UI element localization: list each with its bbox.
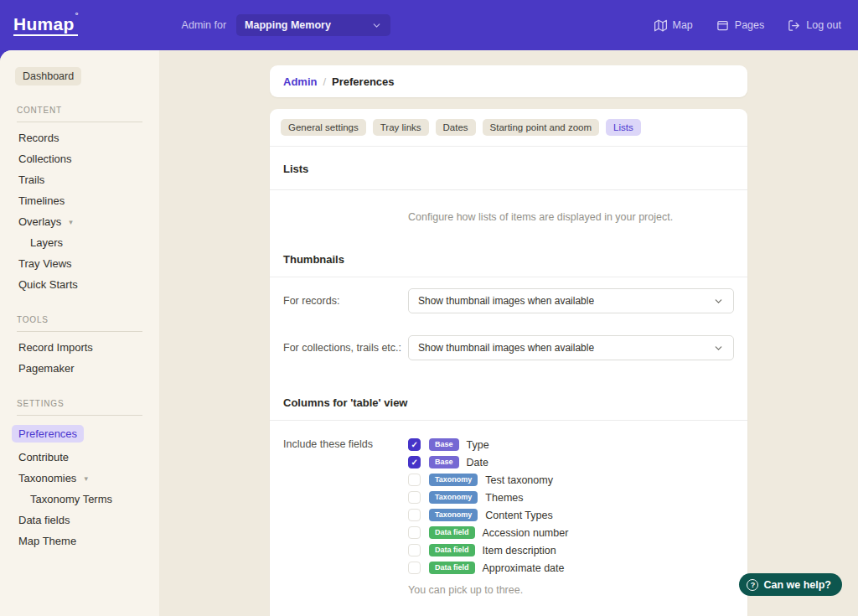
tab-general-settings[interactable]: General settings: [281, 119, 366, 136]
divider: [17, 122, 142, 122]
chevron-down-icon: [713, 343, 724, 354]
sidebar-section-content-title: CONTENT: [17, 106, 142, 115]
nav-pages-label: Pages: [735, 19, 764, 31]
checkbox-type[interactable]: [408, 438, 421, 451]
checkbox-test-taxonomy[interactable]: [408, 474, 421, 486]
sidebar-item-layers[interactable]: Layers: [0, 232, 159, 253]
badge-taxonomy: Taxonomy: [429, 509, 478, 521]
field-label: Approximate date: [483, 562, 565, 574]
chevron-down-icon: ▾: [69, 218, 73, 226]
sidebar-item-label: Record Imports: [18, 341, 93, 354]
map-icon: [654, 19, 667, 32]
sidebar-item-label: Data fields: [18, 514, 70, 526]
sidebar-item-label: Layers: [30, 236, 63, 249]
field-item-test-taxonomy[interactable]: Taxonomy Test taxonomy: [408, 474, 568, 486]
field-item-themes[interactable]: Taxonomy Themes: [408, 491, 568, 504]
project-select[interactable]: Mapping Memory: [236, 14, 390, 36]
admin-for-label: Admin for: [182, 19, 227, 31]
field-list: Base Type Base Date Taxonomy: [408, 438, 568, 574]
nav-logout[interactable]: Log out: [788, 19, 841, 32]
chevron-down-icon: ▾: [84, 474, 88, 483]
checkbox-approximate-date[interactable]: [408, 562, 421, 574]
checkbox-accession-number[interactable]: [408, 526, 421, 539]
tab-tray-links[interactable]: Tray links: [373, 119, 429, 136]
field-label: Accession number: [483, 527, 569, 539]
sidebar-item-label: Overlays: [18, 215, 61, 228]
sidebar-item-pagemaker[interactable]: Pagemaker: [0, 358, 159, 379]
for-records-select[interactable]: Show thumbnail images when available: [408, 288, 734, 313]
sidebar-item-collections[interactable]: Collections: [0, 148, 159, 169]
sidebar-item-records[interactable]: Records: [0, 127, 159, 148]
sidebar-item-contribute[interactable]: Contribute: [0, 447, 159, 468]
sidebar-item-overlays[interactable]: Overlays▾: [0, 211, 159, 232]
sidebar-item-label: Tray Views: [18, 257, 72, 270]
form-row-for-records: For records: Show thumbnail images when …: [270, 277, 747, 324]
sidebar-item-tray-views[interactable]: Tray Views: [0, 253, 159, 274]
sidebar-item-quick-starts[interactable]: Quick Starts: [0, 274, 159, 295]
help-button-label: Can we help?: [763, 579, 831, 591]
field-label: Themes: [485, 492, 523, 504]
badge-data-field: Data field: [429, 526, 475, 539]
humap-logo[interactable]: Humap°: [13, 14, 78, 36]
tabs-row: General settings Tray links Dates Starti…: [270, 109, 747, 147]
field-label: Date: [467, 457, 488, 468]
nav-logout-label: Log out: [806, 19, 841, 31]
for-collections-select[interactable]: Show thumbnail images when available: [408, 335, 734, 360]
sidebar-item-trails[interactable]: Trails: [0, 169, 159, 190]
sidebar-section-settings-title: SETTINGS: [17, 399, 142, 408]
logo-mark: °: [75, 11, 79, 19]
chevron-down-icon: [713, 296, 724, 307]
app-window: Humap° Admin for Mapping Memory Map Page…: [0, 0, 858, 616]
field-item-accession-number[interactable]: Data field Accession number: [408, 526, 568, 539]
field-label: Content Types: [485, 510, 552, 521]
sidebar-item-label: Taxonomy Terms: [30, 493, 112, 505]
breadcrumb-admin-link[interactable]: Admin: [283, 75, 317, 88]
pages-icon: [716, 19, 729, 32]
checkbox-date[interactable]: [408, 456, 421, 468]
field-label: Item description: [483, 545, 556, 556]
nav-map[interactable]: Map: [654, 19, 693, 32]
for-records-select-value: Show thumbnail images when available: [418, 295, 594, 307]
sidebar-item-label: Taxonomies: [18, 472, 76, 484]
chevron-down-icon: [371, 20, 382, 31]
field-item-type[interactable]: Base Type: [408, 438, 568, 451]
sidebar-item-label: Trails: [18, 173, 44, 186]
sidebar-item-label: Pagemaker: [18, 362, 74, 375]
main-panel: Admin / Preferences General settings Tra…: [159, 50, 858, 616]
sidebar-item-preferences[interactable]: Preferences: [0, 421, 159, 447]
field-label: Test taxonomy: [485, 474, 553, 486]
checkbox-content-types[interactable]: [408, 509, 421, 521]
checkbox-item-description[interactable]: [408, 544, 421, 556]
logo-text: Humap: [13, 14, 75, 34]
field-item-approximate-date[interactable]: Data field Approximate date: [408, 562, 568, 574]
tab-lists[interactable]: Lists: [606, 119, 641, 136]
sidebar-item-map-theme[interactable]: Map Theme: [0, 531, 159, 551]
sidebar-item-taxonomies[interactable]: Taxonomies▾: [0, 468, 159, 489]
tab-dates[interactable]: Dates: [436, 119, 476, 136]
field-label: Type: [467, 439, 489, 451]
tab-starting-point-and-zoom[interactable]: Starting point and zoom: [483, 119, 599, 136]
field-item-item-description[interactable]: Data field Item description: [408, 544, 568, 556]
sidebar-item-label: Records: [18, 132, 59, 144]
nav-map-label: Map: [673, 19, 693, 31]
sidebar-item-data-fields[interactable]: Data fields: [0, 510, 159, 531]
header-nav: Map Pages Log out: [654, 19, 842, 32]
sidebar-item-label: Contribute: [18, 451, 69, 463]
sidebar-item-taxonomy-terms[interactable]: Taxonomy Terms: [0, 489, 159, 510]
for-collections-select-value: Show thumbnail images when available: [418, 342, 594, 354]
sidebar-item-record-imports[interactable]: Record Imports: [0, 337, 159, 358]
nav-pages[interactable]: Pages: [716, 19, 764, 32]
include-fields-label: Include these fields: [283, 438, 408, 450]
badge-taxonomy: Taxonomy: [429, 491, 478, 504]
divider: [17, 331, 142, 332]
help-button[interactable]: ? Can we help?: [739, 573, 842, 596]
sidebar-item-timelines[interactable]: Timelines: [0, 190, 159, 211]
logout-icon: [788, 19, 800, 32]
field-item-date[interactable]: Base Date: [408, 456, 568, 468]
checkbox-themes[interactable]: [408, 491, 421, 504]
badge-taxonomy: Taxonomy: [429, 474, 478, 486]
sidebar-item-dashboard[interactable]: Dashboard: [15, 67, 81, 85]
field-item-content-types[interactable]: Taxonomy Content Types: [408, 509, 568, 521]
project-select-value: Mapping Memory: [245, 19, 331, 31]
badge-base: Base: [429, 456, 459, 468]
